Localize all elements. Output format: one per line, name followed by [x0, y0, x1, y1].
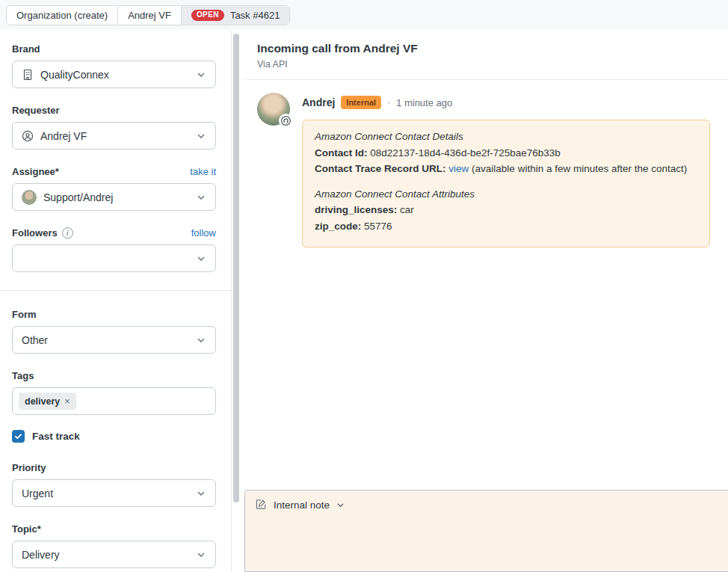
composer-mode-label: Internal note [274, 499, 330, 511]
topic-value: Delivery [22, 549, 189, 561]
message: Andrej Internal · 1 minute ago Amazon Co… [244, 80, 728, 247]
brand-field: Brand QualityConnex [12, 43, 216, 88]
followers-label: Followers i [12, 227, 73, 239]
attr-zip-code: zip_code: 55776 [315, 220, 697, 233]
person-icon [22, 130, 34, 142]
followers-select[interactable] [12, 245, 216, 272]
tags-field: Tags delivery × [12, 370, 216, 415]
trace-suffix: (available within a few minutes after th… [472, 163, 687, 174]
attr-driving-licenses: driving_licenses: car [315, 203, 697, 217]
attr-driving-licenses-value: car [400, 204, 414, 215]
fast-track-checkbox[interactable] [12, 430, 25, 443]
brand-icon [22, 69, 34, 81]
attr-driving-licenses-label: driving_licenses: [315, 204, 397, 215]
conversation-header: Incoming call from Andrej VF Via API [244, 30, 728, 80]
follow-link[interactable]: follow [191, 227, 216, 239]
sidebar-scrollbar[interactable] [233, 34, 239, 502]
chevron-down-icon [196, 335, 206, 345]
tab-group: Organization (create) Andrej VF OPEN Tas… [6, 5, 290, 25]
status-badge: OPEN [191, 10, 224, 21]
sidebar-divider [0, 290, 232, 291]
trace-label: Contact Trace Record URL: [315, 163, 446, 174]
priority-select[interactable]: Urgent [12, 479, 216, 507]
brand-value: QualityConnex [40, 69, 189, 81]
brand-select[interactable]: QualityConnex [12, 61, 216, 88]
composer-mode-selector[interactable]: Internal note [245, 490, 728, 519]
ticket-tab-bar: Organization (create) Andrej VF OPEN Tas… [0, 0, 728, 30]
tags-input[interactable]: delivery × [12, 387, 216, 415]
priority-value: Urgent [22, 488, 189, 499]
brand-label: Brand [12, 43, 40, 55]
view-link[interactable]: view [448, 163, 469, 174]
message-timestamp: 1 minute ago [396, 97, 452, 108]
tab-ticket[interactable]: OPEN Task #4621 [182, 6, 289, 25]
connect-details-heading: Amazon Connect Contact Details [315, 130, 697, 144]
tab-organization-label: Organization (create) [16, 10, 108, 21]
form-label: Form [12, 309, 37, 320]
message-meta: Andrej Internal · 1 minute ago [302, 96, 719, 109]
message-author: Andrej [302, 96, 335, 108]
message-body: Andrej Internal · 1 minute ago Amazon Co… [302, 93, 719, 247]
internal-badge: Internal [341, 96, 381, 109]
amazon-connect-details-box: Amazon Connect Contact Details Contact I… [302, 120, 710, 247]
followers-label-text: Followers [12, 227, 58, 239]
form-field: Form Other [12, 309, 216, 354]
chevron-down-icon [196, 488, 206, 499]
tag-chip-text: delivery [25, 396, 60, 407]
chevron-down-icon [336, 500, 345, 510]
requester-value: Andrej VF [40, 130, 189, 142]
chevron-down-icon [196, 192, 206, 203]
ticket-properties-sidebar: Brand QualityConnex [0, 30, 232, 572]
followers-field: Followers i follow [12, 227, 216, 272]
avatar [257, 93, 290, 126]
chevron-down-icon [196, 253, 206, 264]
requester-label: Requester [12, 105, 60, 116]
tab-user-label: Andrej VF [128, 10, 171, 21]
form-value: Other [22, 334, 189, 346]
voice-channel-icon [280, 114, 292, 127]
ticket-workspace: Organization (create) Andrej VF OPEN Tas… [0, 0, 728, 572]
tab-user[interactable]: Andrej VF [118, 6, 182, 25]
attr-zip-code-label: zip_code: [315, 221, 361, 232]
topic-label: Topic* [12, 523, 41, 535]
tag-chip: delivery × [19, 393, 76, 410]
reply-composer[interactable]: Internal note [244, 490, 728, 572]
contact-id-line: Contact Id: 08d22137-18d4-436d-be2f-725b… [315, 147, 697, 160]
topic-select[interactable]: Delivery [12, 541, 216, 568]
trace-record-line: Contact Trace Record URL: view (availabl… [315, 162, 697, 176]
assignee-value: Support/Andrej [43, 191, 189, 203]
ticket-subject: Incoming call from Andrej VF [257, 42, 716, 55]
contact-id-value: 08d22137-18d4-436d-be2f-725bae76b33b [370, 147, 560, 159]
form-select[interactable]: Other [12, 326, 216, 354]
requester-field: Requester Andrej VF [12, 105, 216, 150]
assignee-label: Assignee* [12, 166, 59, 177]
connect-attributes-heading: Amazon Connect Contact Attributes [315, 188, 697, 201]
assignee-field: Assignee* take it Support/Andrej [12, 166, 216, 211]
fast-track-field: Fast track [12, 430, 216, 443]
tags-label: Tags [12, 370, 34, 381]
tab-ticket-label: Task #4621 [230, 10, 280, 21]
assignee-avatar [22, 190, 37, 205]
priority-label: Priority [12, 462, 46, 473]
chevron-down-icon [196, 550, 206, 560]
attr-zip-code-value: 55776 [364, 221, 392, 232]
internal-note-icon [256, 499, 268, 511]
take-it-link[interactable]: take it [190, 166, 216, 177]
fast-track-label: Fast track [32, 431, 80, 442]
contact-id-label: Contact Id: [315, 147, 368, 159]
assignee-select[interactable]: Support/Andrej [12, 183, 216, 211]
check-icon [14, 432, 22, 440]
conversation-pane: Incoming call from Andrej VF Via API [244, 30, 728, 572]
tab-organization[interactable]: Organization (create) [7, 6, 118, 25]
meta-separator: · [387, 97, 390, 108]
info-icon[interactable]: i [62, 227, 73, 239]
priority-field: Priority Urgent [12, 462, 216, 507]
tag-remove-icon[interactable]: × [64, 396, 70, 407]
requester-select[interactable]: Andrej VF [12, 122, 216, 150]
chevron-down-icon [196, 131, 206, 141]
topic-field: Topic* Delivery [12, 523, 216, 568]
ticket-channel: Via API [257, 59, 716, 70]
chevron-down-icon [196, 70, 206, 80]
